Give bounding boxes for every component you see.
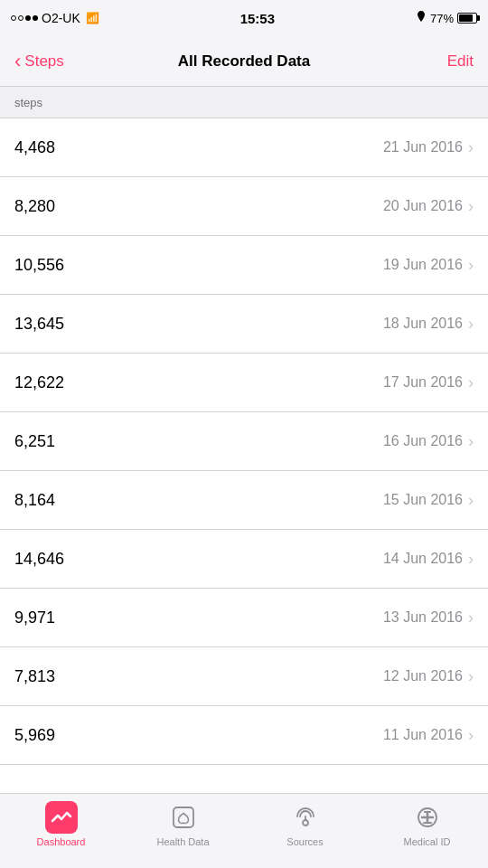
status-bar: O2-UK 📶 15:53 77% [0,0,488,36]
item-date: 19 Jun 2016 [383,257,463,273]
list-item[interactable]: 6,251 16 Jun 2016 › [0,412,488,471]
health-data-icon-wrapper [167,801,200,834]
chevron-right-icon: › [468,256,474,275]
page-title: All Recorded Data [178,52,310,71]
item-value: 7,813 [14,667,55,686]
tab-health-data[interactable]: Health Data [122,801,244,847]
item-right: 21 Jun 2016 › [383,138,474,157]
nav-bar: ‹ Steps All Recorded Data Edit [0,36,488,87]
item-right: 14 Jun 2016 › [383,550,474,569]
chevron-right-icon: › [468,609,474,627]
signal-dot-2 [18,15,23,21]
item-value: 6,251 [14,432,55,451]
signal-dots [11,15,38,21]
item-value: 5,969 [14,726,55,745]
item-date: 21 Jun 2016 [383,139,463,156]
list-item[interactable]: 13,645 18 Jun 2016 › [0,295,488,354]
location-icon [416,11,427,26]
status-right: 77% [416,11,477,26]
battery-percent: 77% [430,12,454,25]
steps-list: 4,468 21 Jun 2016 › 8,280 20 Jun 2016 › … [0,118,488,795]
svg-point-1 [303,820,308,826]
chevron-right-icon: › [468,491,474,510]
battery-icon [457,13,477,24]
chevron-right-icon: › [468,373,474,392]
list-item[interactable]: 8,164 15 Jun 2016 › [0,471,488,530]
chevron-right-icon: › [468,197,474,216]
tab-sources[interactable]: Sources [244,801,366,847]
list-item[interactable]: 12,622 17 Jun 2016 › [0,354,488,412]
edit-button[interactable]: Edit [447,52,474,71]
item-value: 9,971 [14,609,55,627]
item-right: 13 Jun 2016 › [383,609,474,627]
back-label: Steps [24,52,63,71]
carrier-label: O2-UK [42,11,80,25]
wifi-icon: 📶 [86,12,99,24]
item-value: 8,164 [14,491,55,510]
chevron-right-icon: › [468,726,474,745]
list-item[interactable]: 8,280 20 Jun 2016 › [0,177,488,236]
item-right: 12 Jun 2016 › [383,667,474,686]
item-right: 19 Jun 2016 › [383,256,474,275]
tab-health-data-label: Health Data [156,836,209,847]
dashboard-icon-bg [45,801,78,834]
chevron-right-icon: › [468,138,474,157]
item-value: 12,622 [14,373,64,392]
item-date: 16 Jun 2016 [383,433,463,449]
item-value: 4,468 [14,138,55,157]
signal-dot-4 [33,15,38,21]
tab-dashboard[interactable]: Dashboard [0,801,122,847]
item-right: 20 Jun 2016 › [383,197,474,216]
item-date: 17 Jun 2016 [383,374,463,391]
time-label: 15:53 [240,11,275,26]
list-item[interactable]: 7,813 12 Jun 2016 › [0,647,488,706]
chevron-right-icon: › [468,667,474,686]
item-date: 15 Jun 2016 [383,492,463,508]
item-right: 15 Jun 2016 › [383,491,474,510]
tab-sources-label: Sources [286,836,323,847]
item-date: 20 Jun 2016 [383,198,463,214]
list-item[interactable]: 5,969 11 Jun 2016 › [0,706,488,765]
list-item[interactable]: 9,971 13 Jun 2016 › [0,589,488,647]
health-data-icon [171,805,196,830]
tab-medical-id[interactable]: Medical ID [366,801,488,847]
section-header: steps [0,87,488,118]
item-value: 8,280 [14,197,55,216]
section-header-text: steps [14,96,42,109]
chevron-right-icon: › [468,550,474,569]
dashboard-icon [49,805,74,830]
item-date: 11 Jun 2016 [383,727,463,743]
dashboard-icon-wrapper [45,801,78,834]
item-value: 10,556 [14,256,64,275]
item-right: 18 Jun 2016 › [383,315,474,334]
tab-bar: Dashboard Health Data Sources [0,793,488,868]
item-date: 18 Jun 2016 [383,316,463,332]
item-value: 13,645 [14,315,64,334]
list-item[interactable]: 4,468 21 Jun 2016 › [0,118,488,177]
tab-medical-id-label: Medical ID [404,836,451,847]
chevron-right-icon: › [468,315,474,334]
sources-icon [293,805,318,830]
svg-rect-0 [174,807,193,827]
list-item[interactable]: 14,646 14 Jun 2016 › [0,530,488,589]
medical-id-icon [415,805,440,830]
status-left: O2-UK 📶 [11,11,99,25]
tab-dashboard-label: Dashboard [37,836,86,847]
chevron-right-icon: › [468,432,474,451]
medical-id-icon-wrapper [411,801,444,834]
item-date: 13 Jun 2016 [383,609,463,626]
item-date: 12 Jun 2016 [383,668,463,684]
item-value: 14,646 [14,550,64,569]
sources-icon-wrapper [289,801,322,834]
item-right: 11 Jun 2016 › [383,726,474,745]
item-date: 14 Jun 2016 [383,551,463,567]
signal-dot-3 [25,15,31,21]
signal-dot-1 [11,15,16,21]
list-item[interactable]: 10,556 19 Jun 2016 › [0,236,488,295]
item-right: 17 Jun 2016 › [383,373,474,392]
back-chevron-icon: ‹ [14,52,21,71]
back-button[interactable]: ‹ Steps [14,52,64,71]
item-right: 16 Jun 2016 › [383,432,474,451]
